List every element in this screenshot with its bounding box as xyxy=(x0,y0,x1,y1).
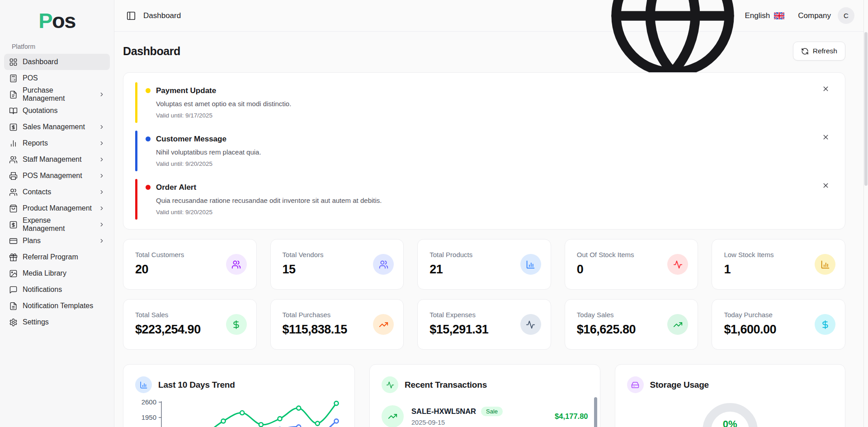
stat-card-total-purchases: Total Purchases$115,838.15 xyxy=(270,299,404,350)
sidebar-item-settings[interactable]: Settings xyxy=(4,314,110,330)
sidebar-item-label: Expense Management xyxy=(23,216,94,233)
storage-donut: 0% xyxy=(703,403,758,427)
stat-card-total-vendors: Total Vendors15 xyxy=(270,239,404,290)
transaction-row[interactable]: SALE-HXWL5NARSale2025-09-15$4,177.80 xyxy=(382,405,588,427)
app-logo[interactable]: Pos xyxy=(0,5,114,39)
settings-icon xyxy=(9,318,18,327)
close-icon[interactable] xyxy=(822,85,830,93)
notification-valid-until: Valid until: 9/17/2025 xyxy=(156,112,815,119)
main-area: Dashboard English Company C Dashboard Re… xyxy=(114,0,868,427)
calculator-icon xyxy=(9,74,18,83)
notification-accent-bar xyxy=(135,179,137,220)
sidebar-item-reports[interactable]: Reports xyxy=(4,135,110,151)
transaction-type-badge: Sale xyxy=(481,407,503,416)
transaction-date: 2025-09-15 xyxy=(411,419,503,426)
storage-usage-card: Storage Usage 0% xyxy=(615,364,846,427)
sidebar-item-expense-management[interactable]: Expense Management xyxy=(4,216,110,233)
page-scrollbar-thumb[interactable] xyxy=(864,32,868,186)
users-icon xyxy=(373,254,394,275)
bar-chart-icon xyxy=(135,376,152,393)
message-square-icon xyxy=(9,286,18,294)
sidebar-item-label: Sales Management xyxy=(23,123,85,131)
sidebar-item-label: Settings xyxy=(23,318,49,326)
sidebar-item-plans[interactable]: Plans xyxy=(4,233,110,249)
logo-letter-p: P xyxy=(38,9,52,33)
sidebar-item-sales-management[interactable]: Sales Management xyxy=(4,119,110,135)
sidebar-item-purchase-management[interactable]: Purchase Management xyxy=(4,86,110,103)
notification-description: Nihil voluptatibus rem placeat quia. xyxy=(156,148,815,156)
chevron-right-icon xyxy=(99,140,105,146)
trending-up-icon xyxy=(373,314,394,335)
sidebar-item-staff-management[interactable]: Staff Management xyxy=(4,151,110,168)
stat-card-low-stock-items: Low Stock Items1 xyxy=(712,239,845,290)
sidebar-item-referral-program[interactable]: Referral Program xyxy=(4,249,110,265)
notification-valid-until: Valid until: 9/20/2025 xyxy=(156,209,815,216)
close-icon[interactable] xyxy=(822,182,830,189)
sidebar-item-label: Plans xyxy=(23,237,41,245)
refresh-button[interactable]: Refresh xyxy=(793,42,845,61)
language-label: English xyxy=(745,11,770,20)
sidebar-item-quotations[interactable]: Quotations xyxy=(4,103,110,119)
sidebar-item-dashboard[interactable]: Dashboard xyxy=(4,54,110,70)
stat-card-today-purchase: Today Purchase$1,600.00 xyxy=(712,299,845,350)
sidebar-item-label: POS xyxy=(23,74,38,82)
notification-accent-bar xyxy=(135,131,137,171)
dollar-square-icon xyxy=(9,123,18,131)
uk-flag-icon xyxy=(774,12,784,19)
refresh-icon xyxy=(801,47,809,55)
sidebar: Pos Platform DashboardPOSPurchase Manage… xyxy=(0,0,114,427)
dollar-icon xyxy=(226,314,247,335)
sidebar-item-label: Referral Program xyxy=(23,253,78,261)
user-avatar[interactable]: C xyxy=(838,7,854,24)
chart-column-icon xyxy=(520,254,541,275)
notification-dot xyxy=(146,88,151,93)
sidebar-item-label: Product Management xyxy=(23,204,92,212)
logo-rest: os xyxy=(52,9,75,33)
breadcrumb: Dashboard xyxy=(143,11,181,20)
dollar-icon xyxy=(815,314,835,335)
company-button[interactable]: Company xyxy=(798,11,831,20)
page-scrollbar[interactable] xyxy=(863,0,868,427)
notifications-panel: Payment UpdateVoluptas est amet optio ea… xyxy=(123,72,845,230)
trend-chart-title: Last 10 Days Trend xyxy=(158,380,235,390)
users-icon xyxy=(9,155,18,164)
notification-card: Customer MessageNihil voluptatibus rem p… xyxy=(135,133,833,169)
notification-valid-until: Valid until: 9/20/2025 xyxy=(156,160,815,167)
sidebar-item-label: Notification Templates xyxy=(23,302,93,310)
sidebar-item-label: Staff Management xyxy=(23,155,81,164)
sidebar-item-label: Quotations xyxy=(23,107,57,115)
sidebar-toggle-icon[interactable] xyxy=(126,11,136,21)
storage-usage-title: Storage Usage xyxy=(650,380,709,390)
sidebar-nav: DashboardPOSPurchase ManagementQuotation… xyxy=(0,53,114,331)
shopping-bag-icon xyxy=(9,204,18,213)
grid-icon xyxy=(9,58,18,66)
sidebar-item-pos-management[interactable]: POS Management xyxy=(4,168,110,184)
sidebar-item-notification-templates[interactable]: Notification Templates xyxy=(4,298,110,314)
sidebar-item-product-management[interactable]: Product Management xyxy=(4,200,110,216)
chevron-right-icon xyxy=(99,221,105,228)
chart-column-icon xyxy=(815,254,835,275)
notification-card: Payment UpdateVoluptas est amet optio ea… xyxy=(135,85,833,120)
transactions-scrollbar[interactable] xyxy=(594,397,597,427)
notification-title: Payment Update xyxy=(156,86,815,95)
notification-title: Order Alert xyxy=(156,183,815,192)
sidebar-item-label: Media Library xyxy=(23,269,66,277)
topbar: Dashboard English Company C xyxy=(114,0,868,32)
chevron-right-icon xyxy=(99,156,105,163)
bar-chart-icon xyxy=(9,139,18,148)
users-icon xyxy=(9,188,18,197)
sidebar-item-label: POS Management xyxy=(23,172,82,180)
sidebar-item-notifications[interactable]: Notifications xyxy=(4,282,110,298)
sidebar-item-label: Dashboard xyxy=(23,58,58,66)
stat-card-total-products: Total Products21 xyxy=(417,239,551,290)
page-title: Dashboard xyxy=(123,45,180,58)
close-icon[interactable] xyxy=(822,133,830,141)
sidebar-item-media-library[interactable]: Media Library xyxy=(4,265,110,282)
sidebar-item-contacts[interactable]: Contacts xyxy=(4,184,110,200)
book-open-icon xyxy=(9,107,18,115)
chevron-right-icon xyxy=(99,173,105,179)
transaction-id: SALE-HXWL5NAR xyxy=(411,407,476,416)
sidebar-item-pos[interactable]: POS xyxy=(4,70,110,86)
chevron-right-icon xyxy=(99,124,105,130)
notification-dot xyxy=(146,136,151,141)
